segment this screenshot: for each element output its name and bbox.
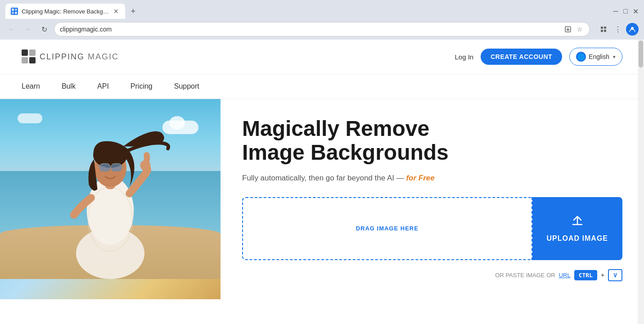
logo-square-br [29, 57, 36, 63]
site-nav: Learn Bulk API Pricing Support [0, 74, 644, 99]
reload-button[interactable]: ↻ [38, 23, 50, 36]
browser-right-icons: ⋮ [597, 23, 639, 36]
maximize-button[interactable]: □ [622, 8, 629, 14]
scrollbar-thumb[interactable] [639, 40, 643, 68]
svg-rect-3 [15, 12, 17, 14]
plus-sign: + [601, 271, 604, 279]
login-button[interactable]: Log In [455, 53, 473, 61]
woman-figure [34, 108, 187, 279]
hero-image [0, 99, 221, 299]
title-bar: Clipping Magic: Remove Backg… ✕ + ─ □ ✕ [0, 0, 644, 19]
browser-tab[interactable]: Clipping Magic: Remove Backg… ✕ [5, 4, 125, 19]
svg-rect-1 [15, 9, 17, 11]
language-selector[interactable]: 🌐 English ▾ [569, 48, 622, 66]
svg-rect-8 [604, 30, 606, 32]
logo[interactable]: CLIPPING MAGIC [22, 50, 119, 64]
svg-rect-7 [601, 30, 603, 32]
hero-photo [0, 99, 221, 279]
url-display: clippingmagic.com [60, 26, 112, 33]
svg-rect-16 [99, 164, 110, 171]
back-button[interactable]: ← [5, 23, 18, 36]
v-key: V [608, 269, 622, 281]
paste-label: OR PASTE IMAGE OR [495, 272, 555, 279]
address-bar[interactable]: clippingmagic.com ☆ [54, 22, 590, 36]
nav-item-learn[interactable]: Learn [22, 79, 40, 94]
tab-favicon [11, 8, 18, 15]
logo-text: CLIPPING MAGIC [40, 52, 119, 62]
logo-square-bl [22, 57, 28, 63]
tab-close-button[interactable]: ✕ [113, 8, 120, 15]
browser-toolbar: ← → ↻ clippingmagic.com ☆ ⋮ [0, 19, 644, 40]
language-label: English [589, 53, 609, 60]
minimize-button[interactable]: ─ [612, 8, 619, 14]
hero-text-container: Magically RemoveImage Backgrounds Fully … [221, 99, 644, 299]
site-header: CLIPPING MAGIC Log In CREATE ACCOUNT 🌐 E… [0, 40, 644, 74]
window-controls: ─ □ ✕ [612, 8, 639, 14]
globe-icon: 🌐 [576, 52, 586, 62]
header-right: Log In CREATE ACCOUNT 🌐 English ▾ [455, 48, 622, 66]
svg-rect-0 [12, 9, 14, 11]
upload-button-label: UPLOAD IMAGE [547, 234, 608, 243]
site-content: CLIPPING MAGIC Log In CREATE ACCOUNT 🌐 E… [0, 40, 644, 299]
subtitle-text: Fully automatically, then go far beyond … [242, 174, 406, 182]
create-account-button[interactable]: CREATE ACCOUNT [481, 49, 562, 65]
scrollbar-track[interactable] [638, 40, 644, 299]
logo-square-tr [29, 50, 36, 56]
extensions-icon[interactable] [597, 23, 610, 36]
main-content: Magically RemoveImage Backgrounds Fully … [0, 99, 644, 299]
nav-item-bulk[interactable]: Bulk [62, 79, 76, 94]
svg-rect-17 [111, 164, 122, 171]
upload-image-button[interactable]: UPLOAD IMAGE [532, 197, 622, 260]
svg-rect-2 [12, 12, 14, 14]
svg-rect-6 [604, 27, 606, 29]
subtitle-highlight: for Free [406, 174, 434, 182]
hero-title: Magically RemoveImage Backgrounds [242, 117, 622, 165]
logo-square-tl [22, 50, 28, 56]
settings-icon[interactable]: ⋮ [612, 23, 624, 36]
forward-button[interactable]: → [22, 23, 34, 36]
nav-item-api[interactable]: API [97, 79, 109, 94]
drag-drop-zone[interactable]: DRAG IMAGE HERE [242, 197, 532, 260]
paste-row: OR PASTE IMAGE OR URL CTRL + V [242, 269, 622, 281]
url-link[interactable]: URL [559, 272, 571, 279]
svg-point-21 [140, 160, 151, 171]
logo-squares [22, 50, 36, 64]
nav-item-support[interactable]: Support [174, 79, 199, 94]
bookmark-icon[interactable]: ☆ [575, 25, 584, 34]
hero-subtitle: Fully automatically, then go far beyond … [242, 174, 622, 183]
upload-area: DRAG IMAGE HERE UPLOAD IMAGE [242, 197, 622, 260]
upload-icon [571, 215, 584, 230]
new-tab-button[interactable]: + [127, 5, 140, 18]
profile-icon[interactable] [626, 23, 639, 36]
download-icon[interactable] [563, 25, 572, 34]
chevron-down-icon: ▾ [613, 54, 616, 60]
nav-item-pricing[interactable]: Pricing [131, 79, 153, 94]
ctrl-key: CTRL [574, 270, 597, 280]
close-button[interactable]: ✕ [632, 8, 639, 14]
browser-chrome: Clipping Magic: Remove Backg… ✕ + ─ □ ✕ … [0, 0, 644, 40]
address-bar-icons: ☆ [563, 25, 584, 34]
drag-drop-label: DRAG IMAGE HERE [356, 225, 419, 232]
tab-title: Clipping Magic: Remove Backg… [22, 8, 109, 15]
svg-rect-5 [601, 27, 603, 29]
